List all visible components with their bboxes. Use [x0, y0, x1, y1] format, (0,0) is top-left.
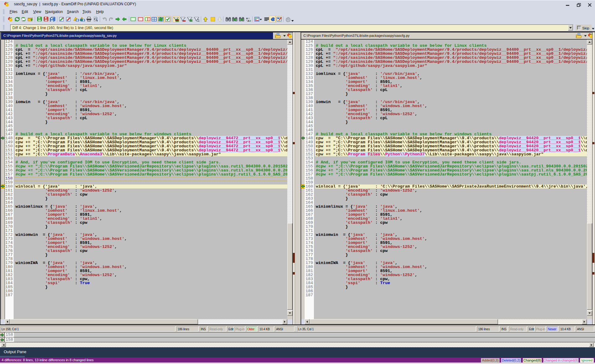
svg-text:B: B — [249, 20, 251, 22]
